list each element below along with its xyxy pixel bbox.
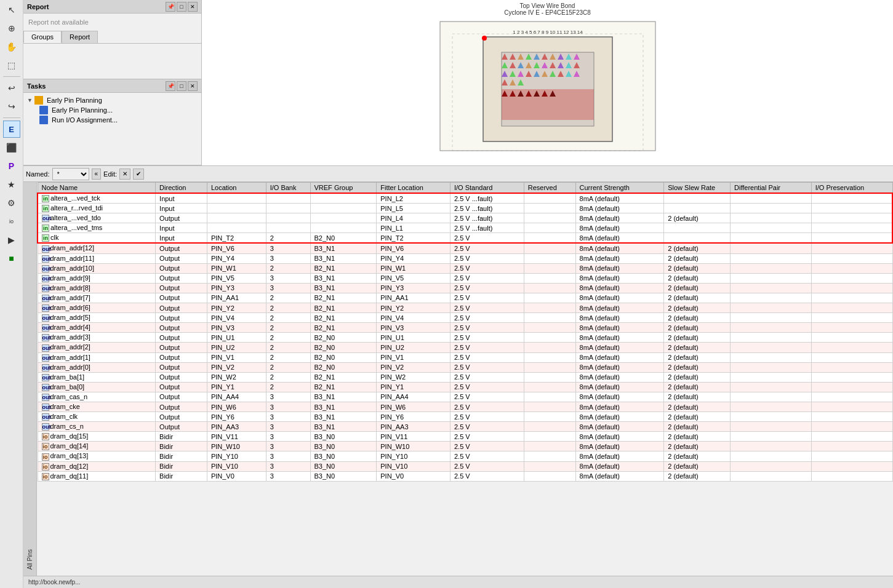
table-row[interactable]: outdram_cs_nOutputPIN_AA33B3_N1PIN_AA32.…: [38, 422, 892, 432]
tasks-tree-early-pin-planning[interactable]: ▼ Early Pin Planning: [26, 95, 199, 105]
table-row[interactable]: outdram_ba[0]OutputPIN_Y12B2_N1PIN_Y12.5…: [38, 382, 892, 392]
table-cell: 8mA (default): [575, 293, 664, 303]
tab-groups[interactable]: Groups: [23, 31, 62, 43]
table-row[interactable]: outdram_addr[12]OutputPIN_V63B3_N1PIN_V6…: [38, 243, 892, 253]
table-row[interactable]: outaltera_...ved_tdoOutputPIN_L42.5 V ..…: [38, 213, 892, 223]
table-row[interactable]: inaltera_r...rved_tdiInputPIN_L52.5 V ..…: [38, 204, 892, 213]
node-type-icon: in: [42, 234, 49, 242]
table-cell: Output: [156, 382, 207, 392]
node-name-text: altera_...ved_tdo: [50, 214, 101, 221]
table-row[interactable]: iodram_dq[12]BidirPIN_V103B3_N0PIN_V102.…: [38, 461, 892, 471]
table-wrapper[interactable]: Node Name Direction Location I/O Bank VR…: [37, 182, 893, 576]
table-cell: 8mA (default): [575, 283, 664, 293]
node-name-text: dram_clk: [50, 413, 78, 420]
table-row[interactable]: iodram_dq[13]BidirPIN_Y103B3_N0PIN_Y102.…: [38, 451, 892, 461]
settings-btn[interactable]: ⚙: [3, 194, 20, 212]
table-row[interactable]: outdram_cas_nOutputPIN_AA43B3_N1PIN_AA42…: [38, 392, 892, 402]
table-row[interactable]: outdram_addr[7]OutputPIN_AA12B2_N1PIN_AA…: [38, 293, 892, 303]
table-row[interactable]: outdram_ba[1]OutputPIN_W22B2_N1PIN_W22.5…: [38, 372, 892, 382]
table-cell: outdram_addr[11]: [38, 253, 156, 263]
table-row[interactable]: outdram_clkOutputPIN_Y63B3_N1PIN_Y62.5 V…: [38, 412, 892, 422]
col-current: Current Strength: [575, 183, 664, 194]
table-cell: B3_N0: [310, 461, 377, 471]
table-row[interactable]: outdram_addr[0]OutputPIN_V22B2_N0PIN_V22…: [38, 362, 892, 372]
table-cell: 8mA (default): [575, 233, 664, 244]
play-io-btn[interactable]: ▶: [3, 231, 20, 248]
tasks-tree-early-pin-planning-sub[interactable]: Early Pin Planning...: [38, 105, 199, 115]
node-type-icon: out: [42, 275, 49, 282]
table-row[interactable]: inaltera_...ved_tckInputPIN_L22.5 V ...f…: [38, 193, 892, 204]
table-cell: 8mA (default): [575, 362, 664, 372]
table-cell: 2 (default): [664, 273, 731, 283]
report-pin-btn[interactable]: 📌: [166, 2, 175, 12]
status-text: http://book.newfp...: [28, 579, 81, 586]
tasks-tree-run-io[interactable]: Run I/O Assignment...: [38, 115, 199, 125]
tasks-pin-btn[interactable]: 📌: [166, 81, 175, 91]
table-cell: PIN_Y2: [207, 303, 266, 313]
undo-btn[interactable]: ↩: [3, 79, 20, 97]
edit-apply-btn[interactable]: ✔: [133, 169, 144, 180]
table-cell: 3: [266, 392, 310, 402]
table-cell: [664, 204, 731, 213]
table-row[interactable]: outdram_addr[5]OutputPIN_V42B2_N1PIN_V42…: [38, 313, 892, 323]
table-row[interactable]: outdram_addr[8]OutputPIN_Y33B3_N1PIN_Y32…: [38, 283, 892, 293]
folder-icon: [34, 96, 43, 105]
table-cell: outaltera_...ved_tdo: [38, 213, 156, 223]
table-cell: 2.5 V: [450, 372, 524, 382]
table-cell: PIN_V1: [207, 352, 266, 362]
table-cell: [731, 372, 812, 382]
node-type-icon: in: [42, 205, 49, 212]
report-close-btn[interactable]: ✕: [188, 2, 198, 12]
table-cell: B2_N0: [310, 352, 377, 362]
table-cell: [731, 442, 812, 451]
table-row[interactable]: iodram_dq[14]BidirPIN_W103B3_N0PIN_W102.…: [38, 442, 892, 451]
tab-report[interactable]: Report: [62, 31, 98, 43]
table-cell: Bidir: [156, 451, 207, 461]
table-row[interactable]: outdram_addr[10]OutputPIN_W12B2_N1PIN_W1…: [38, 263, 892, 273]
table-row[interactable]: inaltera_...ved_tmsInputPIN_L12.5 V ...f…: [38, 223, 892, 233]
green-block-btn[interactable]: ■: [3, 250, 20, 267]
table-cell: PIN_AA4: [207, 392, 266, 402]
table-cell: [524, 213, 575, 223]
io-btn[interactable]: io: [3, 213, 20, 230]
table-row[interactable]: outdram_addr[1]OutputPIN_V12B2_N0PIN_V12…: [38, 352, 892, 362]
node-name-text: clk: [50, 234, 58, 241]
puzzle-btn[interactable]: ⬛: [3, 139, 20, 156]
table-cell: [811, 402, 892, 411]
select-tool-btn[interactable]: ⬚: [3, 57, 20, 74]
table-row[interactable]: outdram_addr[9]OutputPIN_V53B3_N1PIN_V52…: [38, 273, 892, 283]
table-cell: [731, 471, 812, 481]
star-btn[interactable]: ★: [3, 176, 20, 193]
table-row[interactable]: outdram_addr[11]OutputPIN_Y43B3_N1PIN_Y4…: [38, 253, 892, 263]
node-name-text: dram_addr[4]: [50, 324, 90, 331]
table-cell: [731, 382, 812, 392]
table-cell: [524, 323, 575, 333]
table-cell: 3: [266, 442, 310, 451]
p-btn[interactable]: P: [3, 157, 20, 175]
table-row[interactable]: inclkInputPIN_T22B2_N0PIN_T22.5 V8mA (de…: [38, 233, 892, 244]
pan-tool-btn[interactable]: ✋: [3, 38, 20, 55]
table-cell: 8mA (default): [575, 352, 664, 362]
zoom-tool-btn[interactable]: ⊕: [3, 20, 20, 37]
table-row[interactable]: iodram_dq[15]BidirPIN_V113B3_N0PIN_V112.…: [38, 432, 892, 442]
table-row[interactable]: outdram_addr[3]OutputPIN_U12B2_N0PIN_U12…: [38, 333, 892, 343]
table-cell: 2 (default): [664, 471, 731, 481]
table-row[interactable]: outdram_addr[2]OutputPIN_U22B2_N0PIN_U22…: [38, 343, 892, 352]
redo-btn[interactable]: ↪: [3, 98, 20, 115]
tasks-close-btn[interactable]: ✕: [188, 81, 198, 91]
table-row[interactable]: outdram_addr[4]OutputPIN_V32B2_N1PIN_V32…: [38, 323, 892, 333]
table-cell: [811, 432, 892, 442]
edit-btn[interactable]: ✕: [119, 169, 130, 180]
pointer-tool-btn[interactable]: ↖: [3, 1, 20, 18]
tasks-copy-btn[interactable]: □: [177, 81, 186, 91]
table-row[interactable]: outdram_addr[6]OutputPIN_Y22B2_N1PIN_Y22…: [38, 303, 892, 313]
named-filter-select[interactable]: *: [52, 168, 89, 180]
report-copy-btn[interactable]: □: [177, 2, 186, 12]
table-cell: Output: [156, 213, 207, 223]
table-cell: B2_N1: [310, 372, 377, 382]
expand-btn[interactable]: E: [3, 121, 20, 138]
table-cell: [207, 223, 266, 233]
table-row[interactable]: outdram_ckeOutputPIN_W63B3_N1PIN_W62.5 V…: [38, 402, 892, 411]
filter-mode-btn[interactable]: «: [92, 169, 102, 180]
table-row[interactable]: iodram_dq[11]BidirPIN_V03B3_N0PIN_V02.5 …: [38, 471, 892, 481]
